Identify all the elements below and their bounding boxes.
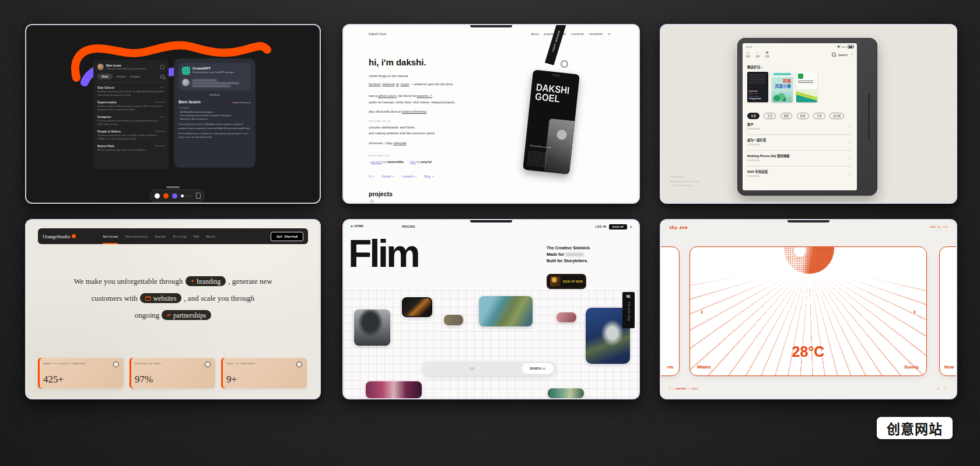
search-button[interactable]: SEARCH⌘/ [522, 363, 554, 374]
back-button[interactable]: ←返回 [755, 51, 760, 58]
article-row[interactable]: 2025 年的总结 12/17/2025 ⋮ [747, 166, 852, 182]
project-row[interactable]: People to NotionAcquired Chrome extensio… [97, 130, 164, 141]
clear-canvas-icon[interactable] [196, 194, 201, 199]
tab-work[interactable]: Work [97, 74, 113, 79]
color-swatch-orange[interactable] [163, 193, 169, 199]
branding-pill[interactable]: ✦branding [186, 276, 226, 286]
login-link[interactable]: LOG IN [596, 225, 607, 228]
link-volleyball[interactable]: volleyball [393, 141, 407, 145]
search-input-value[interactable]: IGB [469, 367, 475, 370]
get-started-button[interactable]: Get Started [271, 232, 303, 241]
nav-pricing[interactable]: Pricing [173, 235, 187, 238]
nav-pricing[interactable]: PRICING [402, 225, 415, 228]
chip-life[interactable]: 生活 [764, 113, 776, 119]
nav-services[interactable]: Services [103, 235, 118, 238]
radio-circle-icon[interactable] [296, 361, 302, 367]
media-thumb-hand-glass[interactable] [479, 296, 533, 326]
media-thumb-teal[interactable] [548, 388, 584, 398]
media-thumb-pink[interactable] [556, 312, 576, 322]
sun-toggle-icon[interactable]: ☼ [936, 386, 940, 391]
screenshot-card-ereader[interactable]: 02:41 80% ⌂首页 ←返回 ⚙设置 Search ⋮ 精选栏目 › [660, 24, 957, 204]
search-icon[interactable] [832, 53, 836, 57]
color-swatch-purple[interactable] [172, 193, 177, 199]
chip-coding[interactable]: 编程 [780, 113, 793, 119]
crowdgpt-card[interactable]: CrowdGPT Find and share top ChatGPT prom… [178, 63, 251, 91]
link-blog[interactable]: Blog ↗ [425, 175, 434, 178]
nav-awards[interactable]: Awards [155, 235, 166, 238]
home-button[interactable]: ⌂首页 [746, 51, 750, 58]
link-backend[interactable]: backend [382, 82, 394, 86]
project-row[interactable]: Side SchoolLive Platform teaching profes… [97, 86, 164, 97]
link-solana-fellowship[interactable]: solana fellowship [402, 110, 426, 113]
media-thumb-blur-brown[interactable] [444, 315, 463, 325]
signup-button[interactable]: SIGN UP [609, 224, 626, 229]
screenshot-card-dakshi[interactable]: Dakshi Goel about projects work moments … [342, 24, 640, 204]
awwwards-badge[interactable]: W. Site of the Day [622, 292, 635, 328]
overflow-menu-icon[interactable]: ⋮ [850, 53, 853, 57]
screenshot-card-ben-issen[interactable]: Ben Issen I design and build tools peopl… [25, 24, 321, 204]
search-label[interactable]: Search [838, 53, 848, 57]
kebab-menu-icon[interactable]: ⋮ [848, 171, 851, 175]
article-row[interactable]: 成为一座灯塔 12/23/2025 ⋮ [747, 135, 852, 151]
site-logo[interactable]: Dakshi Goel [369, 32, 386, 36]
book-cover-frontend[interactable]: 前端 沉淀小册 7 [772, 72, 793, 102]
link-github[interactable]: GitHub ↗ [382, 175, 394, 178]
nav-about[interactable]: About [206, 235, 215, 238]
project-row[interactable]: Notion PackAcquired All the freelancer d… [97, 144, 164, 152]
media-thumb-dark-orange[interactable] [402, 297, 432, 317]
carousel-next-arrow[interactable]: › [914, 308, 916, 315]
chip-art[interactable]: 艺术 [813, 113, 825, 119]
link-frontend[interactable]: frontend [369, 82, 380, 86]
weather-card-prev[interactable]: rm. [660, 246, 680, 376]
page-turn-bar[interactable] [868, 93, 870, 140]
screenshot-card-flim[interactable]: HOME PRICING LOG IN SIGN UP Flim The Cre… [342, 219, 640, 399]
carousel-prev-arrow[interactable]: ‹ [701, 308, 703, 315]
theme-sun-icon[interactable]: ☀ [608, 32, 611, 36]
media-thumb-water-reflection[interactable] [354, 309, 390, 346]
nav-moments[interactable]: moments [571, 32, 583, 36]
nav-home[interactable]: HOME [351, 225, 364, 228]
article-row[interactable]: 故乡 12/23/2025 ⋮ [747, 119, 852, 135]
tab-articles[interactable]: Articles [117, 75, 126, 78]
studio-logo[interactable]: OrangeStudio [43, 234, 70, 239]
song-link-1[interactable]: you and i [371, 161, 382, 164]
nav-testimonials[interactable]: Testimonials [125, 235, 148, 238]
featured-section-title[interactable]: 精选栏目 › [747, 65, 762, 69]
song-link-2[interactable]: blue [411, 161, 416, 164]
screenshot-card-skyexe[interactable]: sky.exe made by v-nx rm. New ‹ › 28°C Mi… [660, 219, 957, 399]
kebab-menu-icon[interactable]: ⋮ [848, 155, 851, 159]
radio-circle-icon[interactable] [205, 361, 211, 367]
article-row[interactable]: Nothing Phone (3a) 使用体验 12/19/2025 ⋮ [747, 151, 852, 166]
book-cover-sheets[interactable] [796, 72, 817, 102]
websites-pill[interactable]: websites [140, 293, 182, 303]
settings-button[interactable]: ⚙设置 [765, 51, 769, 58]
theme-toggle-icon[interactable] [160, 65, 164, 69]
radio-circle-icon[interactable] [113, 361, 119, 367]
project-row[interactable]: SupercreativeAcquired Product studio bui… [97, 100, 164, 112]
nav-about[interactable]: about [531, 32, 538, 36]
chip-uncategorized[interactable]: 未分类 [830, 113, 844, 119]
color-swatch-white[interactable] [155, 193, 160, 199]
nav-faq[interactable]: FAQ [193, 235, 199, 238]
chip-tech[interactable]: 技术 [797, 113, 809, 119]
kebab-menu-icon[interactable]: ⋮ [848, 140, 851, 144]
link-crypto[interactable]: crypto [400, 82, 409, 86]
link-appwrite[interactable]: appwrite ↗ [416, 94, 432, 98]
sheet-handle[interactable] [166, 186, 180, 188]
screenshot-card-orangestudio[interactable]: OrangeStudio Services Testimonials Award… [25, 219, 321, 399]
nav-newsletter[interactable]: newsletter [589, 32, 603, 36]
signup-now-button[interactable]: SIGN UP NOW [547, 274, 586, 289]
book-cover-ml-playground[interactable]: Awesome Machine Learning Playground [747, 72, 768, 102]
link-github-octern[interactable]: github octern [378, 94, 397, 98]
media-thumb-magenta-glitch[interactable] [366, 381, 422, 398]
project-row[interactable]: InstapriceLive Pricing calculator for fr… [97, 115, 164, 126]
search-bar[interactable]: IGB SEARCH⌘/ [422, 361, 555, 375]
link-linkedin[interactable]: LinkedIn ↗ [402, 175, 416, 178]
link-x[interactable]: X ↗ [369, 175, 374, 178]
tab-contact[interactable]: Contact [130, 75, 140, 78]
search-icon[interactable] [160, 75, 164, 79]
kebab-menu-icon[interactable]: ⋮ [848, 124, 851, 128]
chip-all[interactable]: 全部 [747, 113, 760, 119]
moon-toggle-icon[interactable]: ☾ [944, 386, 948, 391]
partnerships-pill[interactable]: ⇄partnerships [162, 310, 211, 320]
